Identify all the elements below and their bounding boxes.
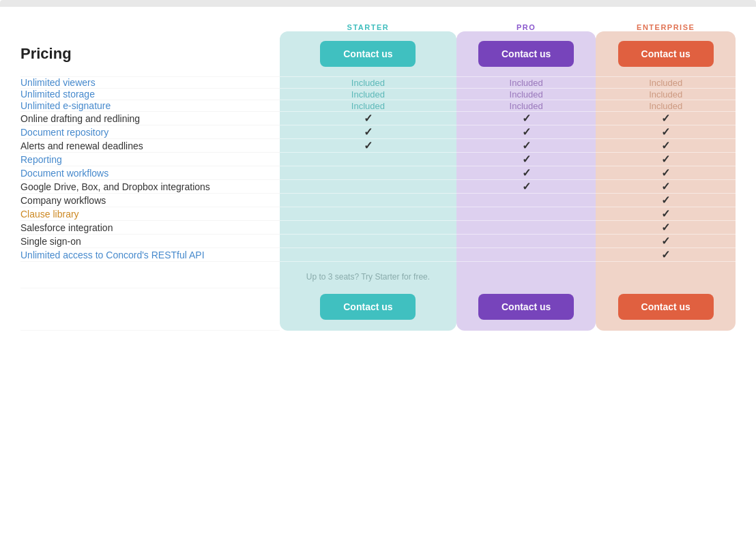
checkmark-icon: ✓ (661, 222, 670, 233)
starter-contact-btn-top[interactable]: Contact us (320, 41, 416, 67)
cell-enterprise-12: ✓ (596, 235, 736, 248)
cell-pro-1: Included (456, 89, 596, 100)
cell-pro-10 (456, 207, 596, 221)
feature-row-9: Company workflows✓ (20, 194, 736, 207)
checkmark-icon: ✓ (661, 153, 670, 165)
plan-header-pro: PRO (456, 23, 596, 31)
cell-starter-10 (280, 207, 456, 221)
cell-pro-5: ✓ (456, 139, 596, 153)
checkmark-icon: ✓ (364, 140, 373, 151)
pricing-table: STARTER PRO ENTERPRISE Pricing Contac (20, 23, 736, 331)
cell-pro-3: ✓ (456, 112, 596, 125)
starter-note-cell: Up to 3 seats? Try Starter for free. (280, 262, 456, 288)
starter-label: STARTER (347, 23, 390, 31)
enterprise-contact-btn-bottom[interactable]: Contact us (618, 294, 714, 320)
cell-enterprise-3: ✓ (596, 112, 736, 125)
cell-pro-8: ✓ (456, 180, 596, 194)
cell-starter-7 (280, 166, 456, 180)
checkmark-icon: ✓ (661, 167, 670, 179)
checkmark-icon: ✓ (661, 126, 670, 138)
feature-row-6: Reporting✓✓ (20, 153, 736, 166)
feature-row-0: Unlimited viewersIncludedIncludedInclude… (20, 77, 736, 89)
features-body: Unlimited viewersIncludedIncludedInclude… (20, 77, 736, 262)
feature-label-7: Document workflows (20, 166, 280, 180)
note-empty (20, 262, 280, 288)
checkmark-icon: ✓ (522, 140, 531, 151)
feature-label-10: Clause library (20, 207, 280, 221)
cell-enterprise-10: ✓ (596, 207, 736, 221)
starter-contact-btn-bottom[interactable]: Contact us (320, 294, 416, 320)
cell-pro-0: Included (456, 77, 596, 89)
feature-label-1: Unlimited storage (20, 89, 280, 100)
pro-contact-btn-bottom[interactable]: Contact us (478, 294, 574, 320)
feature-label-5: Alerts and renewal deadlines (20, 139, 280, 153)
cell-starter-11 (280, 221, 456, 235)
feature-row-13: Unlimited access to Concord's RESTful AP… (20, 248, 736, 262)
cell-starter-0: Included (280, 77, 456, 89)
cell-enterprise-4: ✓ (596, 125, 736, 139)
checkmark-icon: ✓ (522, 112, 531, 124)
checkmark-icon: ✓ (364, 112, 373, 124)
cell-enterprise-5: ✓ (596, 139, 736, 153)
feature-row-4: Document repository✓✓✓ (20, 125, 736, 139)
feature-row-12: Single sign-on✓ (20, 235, 736, 248)
checkmark-icon: ✓ (661, 181, 670, 192)
feature-label-6: Reporting (20, 153, 280, 166)
checkmark-icon: ✓ (661, 235, 670, 247)
plan-header-enterprise: ENTERPRISE (596, 23, 736, 31)
plan-header-row: STARTER PRO ENTERPRISE (20, 23, 736, 31)
checkmark-icon: ✓ (522, 167, 531, 179)
cell-enterprise-6: ✓ (596, 153, 736, 166)
feature-row-3: Online drafting and redlining✓✓✓ (20, 112, 736, 125)
bottom-empty (20, 288, 280, 331)
feature-row-7: Document workflows✓✓ (20, 166, 736, 180)
cell-starter-1: Included (280, 89, 456, 100)
pro-label: PRO (517, 23, 536, 31)
pricing-title: Pricing (20, 45, 72, 62)
feature-row-11: Salesforce integration✓ (20, 221, 736, 235)
pro-contact-top-cell: Contact us (456, 31, 596, 77)
cell-pro-12 (456, 235, 596, 248)
pro-contact-bottom-cell: Contact us (456, 288, 596, 331)
cell-starter-6 (280, 153, 456, 166)
checkmark-icon: ✓ (661, 140, 670, 151)
enterprise-contact-btn-top[interactable]: Contact us (618, 41, 714, 67)
cell-starter-2: Included (280, 100, 456, 112)
checkmark-icon: ✓ (364, 126, 373, 138)
checkmark-icon: ✓ (661, 208, 670, 220)
feature-label-3: Online drafting and redlining (20, 112, 280, 125)
cell-pro-11 (456, 221, 596, 235)
cell-starter-8 (280, 180, 456, 194)
cell-enterprise-7: ✓ (596, 166, 736, 180)
free-trial-note: Up to 3 seats? Try Starter for free. (285, 266, 451, 286)
pro-note-cell (456, 262, 596, 288)
checkmark-icon: ✓ (661, 249, 670, 260)
cell-pro-13 (456, 248, 596, 262)
enterprise-note-cell (596, 262, 736, 288)
pricing-title-cell: Pricing (20, 31, 280, 77)
empty-header (20, 23, 280, 31)
cell-enterprise-9: ✓ (596, 194, 736, 207)
feature-row-10: Clause library✓ (20, 207, 736, 221)
feature-label-0: Unlimited viewers (20, 77, 280, 89)
cell-starter-12 (280, 235, 456, 248)
note-row: Up to 3 seats? Try Starter for free. (20, 262, 736, 288)
plan-header-starter: STARTER (280, 23, 456, 31)
starter-contact-top-cell: Contact us (280, 31, 456, 77)
checkmark-icon: ✓ (661, 112, 670, 124)
cell-pro-2: Included (456, 100, 596, 112)
cell-starter-3: ✓ (280, 112, 456, 125)
pro-contact-btn-top[interactable]: Contact us (478, 41, 574, 67)
checkmark-icon: ✓ (661, 194, 670, 206)
feature-label-2: Unlimited e-signature (20, 100, 280, 112)
feature-label-8: Google Drive, Box, and Dropbox integrati… (20, 180, 280, 194)
contact-top-row: Pricing Contact us Contact us Contact us (20, 31, 736, 77)
cell-pro-9 (456, 194, 596, 207)
cell-starter-9 (280, 194, 456, 207)
checkmark-icon: ✓ (522, 126, 531, 138)
feature-row-2: Unlimited e-signatureIncludedIncludedInc… (20, 100, 736, 112)
cell-pro-7: ✓ (456, 166, 596, 180)
checkmark-icon: ✓ (522, 153, 531, 165)
cell-pro-6: ✓ (456, 153, 596, 166)
feature-row-8: Google Drive, Box, and Dropbox integrati… (20, 180, 736, 194)
